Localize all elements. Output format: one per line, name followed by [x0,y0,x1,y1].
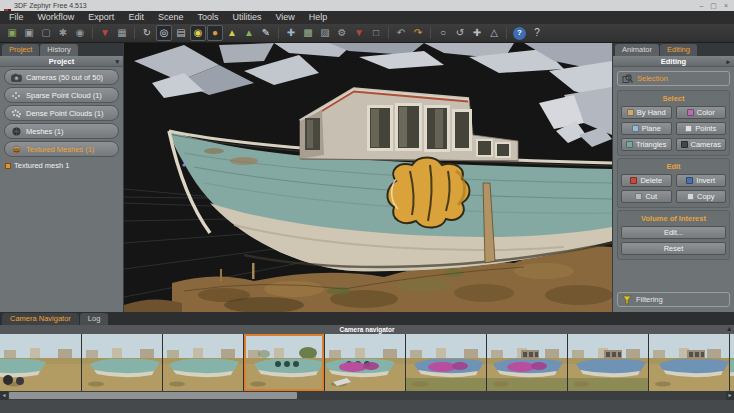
sparse-cloud-toggle-icon[interactable]: ▲ [224,25,240,41]
project-item-sparse-point-cloud-1[interactable]: Sparse Point Cloud (1) [4,87,119,103]
section-buttons: DeleteInvertCutCopy [621,174,726,203]
menu-file[interactable]: File [2,11,31,24]
collapse-arrow-icon[interactable]: ▴ [727,324,731,333]
view-options-icon[interactable]: ▤ [173,25,189,41]
project-item-dense-point-clouds-1[interactable]: Dense Point Clouds (1) [4,105,119,121]
help-icon[interactable]: ? [529,25,545,41]
camera-thumbnail-7[interactable] [486,334,567,391]
editing-panel-tabs: AnimatorEditing [613,43,734,56]
camera-thumbnail-10[interactable] [729,334,734,391]
bottom-tab-camera-navigator[interactable]: Camera Navigator [2,313,79,325]
paint-brush-icon[interactable]: ✎ [258,25,274,41]
thumbnail-scrollbar[interactable]: ◂ ▸ [0,391,734,400]
drop-marker-icon[interactable]: ▼ [351,25,367,41]
menu-export[interactable]: Export [81,11,121,24]
project-item-label: Dense Point Clouds (1) [26,109,104,118]
camera-thumbnail-8[interactable] [567,334,648,391]
undo-icon[interactable]: ↶ [393,25,409,41]
cut-button[interactable]: Cut [621,190,672,203]
editing-panel-tab-editing[interactable]: Editing [660,44,697,56]
project-item-label: Textured Meshes (1) [26,145,94,154]
open-project-icon[interactable]: ▣ [21,25,37,41]
lasso-select-icon[interactable]: ○ [435,25,451,41]
tree-item-textured-mesh[interactable]: Textured mesh 1 [5,161,123,170]
camera-thumbnail-9[interactable] [648,334,729,391]
delete-button[interactable]: Delete [621,174,672,187]
menu-edit[interactable]: Edit [121,11,151,24]
selection-tool-button[interactable]: Selection [617,71,730,86]
mesh-wire-icon[interactable]: ▩ [300,25,316,41]
point-display-icon[interactable]: ● [207,25,223,41]
project-panel-tab-history[interactable]: History [40,44,77,56]
menu-workflow[interactable]: Workflow [31,11,82,24]
by-hand-button[interactable]: By Hand [621,106,672,119]
project-panel-tab-project[interactable]: Project [2,44,39,56]
orbit-target-icon[interactable]: ◎ [156,25,172,41]
close-button[interactable]: × [724,1,728,10]
help-sphere-icon[interactable]: ? [513,27,526,40]
editing-panel-tab-animator[interactable]: Animator [615,44,659,56]
project-item-list: Cameras (50 out of 50)Sparse Point Cloud… [0,67,123,158]
cameras-button[interactable]: Cameras [676,138,727,151]
project-item-label: Sparse Point Cloud (1) [26,91,102,100]
snapshot-camera-icon[interactable]: ▦ [114,25,130,41]
menu-scene[interactable]: Scene [151,11,191,24]
color-button[interactable]: Color [676,106,727,119]
section-title: Select [621,94,726,103]
menu-utilities[interactable]: Utilities [225,11,268,24]
minimize-button[interactable]: – [699,1,703,10]
maximize-button[interactable]: ▢ [710,1,717,10]
project-item-textured-meshes-1[interactable]: Textured Meshes (1) [4,141,119,157]
titlebar: 3DF Zephyr Free 4.513 –▢× [0,0,734,11]
export-icon[interactable]: ◉ [72,25,88,41]
redo-icon[interactable]: ↷ [410,25,426,41]
points-button[interactable]: Points [676,122,727,135]
lighting-icon[interactable]: ◉ [190,25,206,41]
scrollbar-track[interactable] [8,391,726,400]
select-rect-icon[interactable]: □ [368,25,384,41]
points-icon [685,125,692,132]
move-tool-icon[interactable]: ✚ [469,25,485,41]
marker-pin-icon[interactable]: ▼ [97,25,113,41]
triangles-button[interactable]: Triangles [621,138,672,151]
bottom-tab-bar: Camera NavigatorLog [0,312,734,325]
scroll-right-arrow[interactable]: ▸ [726,391,734,400]
menu-tools[interactable]: Tools [190,11,225,24]
project-item-cameras-50-out-of-50[interactable]: Cameras (50 out of 50) [4,69,119,85]
editing-panel-header[interactable]: Editing ▸ [613,56,734,67]
copy-button[interactable]: Copy [676,190,727,203]
menu-help[interactable]: Help [302,11,335,24]
camera-thumbnail-4[interactable] [243,334,324,391]
save-project-icon[interactable]: ▢ [38,25,54,41]
project-item-label: Meshes (1) [26,127,64,136]
bottom-tab-log[interactable]: Log [80,313,109,325]
viewport-3d[interactable] [124,43,612,312]
edit-button[interactable]: Edit... [621,226,726,239]
measure-tool-icon[interactable]: △ [486,25,502,41]
scrollbar-handle[interactable] [9,392,297,399]
camera-thumbnail-2[interactable] [81,334,162,391]
dense-cloud-toggle-icon[interactable]: ▲ [241,25,257,41]
new-project-icon[interactable]: ▣ [4,25,20,41]
camera-thumbnail-5[interactable] [324,334,405,391]
settings-gear-icon[interactable]: ⚙ [334,25,350,41]
import-icon[interactable]: ✱ [55,25,71,41]
toolbar-separator [92,27,93,39]
mesh-solid-icon[interactable]: ▨ [317,25,333,41]
reset-button[interactable]: Reset [621,242,726,255]
orbit-icon[interactable]: ↻ [139,25,155,41]
menu-view[interactable]: View [268,11,301,24]
camera-thumbnail-6[interactable] [405,334,486,391]
section-buttons: By HandColorPlanePointsTrianglesCameras [621,106,726,151]
camera-thumbnail-3[interactable] [162,334,243,391]
magic-wand-icon[interactable]: ✚ [283,25,299,41]
plane-button[interactable]: Plane [621,122,672,135]
rotate-reset-icon[interactable]: ↺ [452,25,468,41]
camera-thumbnail-1[interactable] [0,334,81,391]
project-item-meshes-1[interactable]: Meshes (1) [4,123,119,139]
filtering-button[interactable]: Filtering [617,292,730,307]
invert-button[interactable]: Invert [676,174,727,187]
scroll-left-arrow[interactable]: ◂ [0,391,8,400]
project-panel-header[interactable]: Project ▾ [0,56,123,67]
toolbar-separator [388,27,389,39]
